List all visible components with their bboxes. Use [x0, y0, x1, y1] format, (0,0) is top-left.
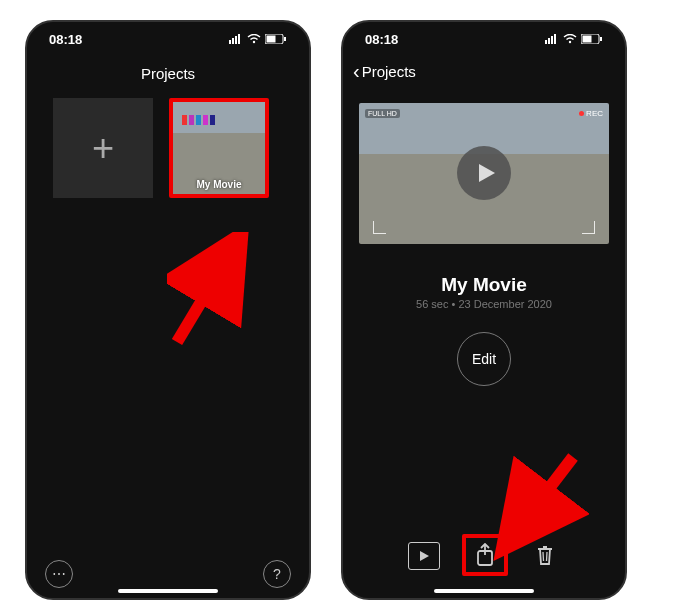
svg-rect-10	[548, 38, 550, 44]
wifi-icon	[563, 32, 577, 47]
phone-project-detail-screen: 08:18 ‹ Projects FULL HD REC	[341, 20, 627, 600]
edit-button[interactable]: Edit	[457, 332, 511, 386]
svg-rect-11	[551, 36, 553, 44]
play-action-button[interactable]	[408, 542, 440, 570]
signal-icon	[545, 32, 559, 47]
new-project-tile[interactable]: +	[53, 98, 153, 198]
svg-rect-2	[235, 36, 237, 44]
battery-icon	[581, 32, 603, 47]
back-button[interactable]: ‹ Projects	[353, 63, 416, 80]
wifi-icon	[247, 32, 261, 47]
projects-grid: + My Movie	[27, 92, 309, 204]
home-indicator	[434, 589, 534, 593]
project-title-block: My Movie 56 sec • 23 December 2020	[343, 274, 625, 310]
back-label: Projects	[362, 63, 416, 80]
preview-area: FULL HD REC	[343, 75, 625, 244]
plus-icon: +	[92, 127, 114, 170]
preview-rec-indicator: REC	[579, 109, 603, 118]
detail-header: ‹ Projects	[343, 53, 625, 75]
page-title: Projects	[27, 53, 309, 92]
project-subtitle: 56 sec • 23 December 2020	[343, 298, 625, 310]
annotation-arrow	[493, 452, 593, 562]
home-indicator	[118, 589, 218, 593]
svg-point-4	[253, 41, 255, 43]
project-tile-label: My Movie	[173, 179, 265, 190]
status-time: 08:18	[49, 32, 82, 47]
svg-rect-3	[238, 34, 240, 44]
phone-projects-screen: 08:18 Projects + My Movie ⋯	[25, 20, 311, 600]
annotation-arrow	[167, 232, 267, 352]
signal-icon	[229, 32, 243, 47]
status-bar: 08:18	[27, 22, 309, 53]
svg-line-18	[508, 457, 573, 542]
play-button[interactable]	[457, 146, 511, 200]
svg-rect-16	[600, 37, 602, 41]
more-button[interactable]: ⋯	[45, 560, 73, 588]
svg-line-8	[177, 242, 237, 342]
battery-icon	[265, 32, 287, 47]
svg-rect-0	[229, 40, 231, 44]
project-title: My Movie	[343, 274, 625, 296]
status-time: 08:18	[365, 32, 398, 47]
rec-dot-icon	[579, 111, 584, 116]
status-bar: 08:18	[343, 22, 625, 53]
help-button[interactable]: ?	[263, 560, 291, 588]
svg-rect-9	[545, 40, 547, 44]
svg-rect-1	[232, 38, 234, 44]
play-icon	[418, 550, 430, 562]
svg-rect-12	[554, 34, 556, 44]
svg-rect-15	[583, 36, 592, 43]
status-right-cluster	[545, 32, 603, 47]
svg-point-13	[569, 41, 571, 43]
project-tile[interactable]: My Movie	[169, 98, 269, 198]
chevron-left-icon: ‹	[353, 64, 360, 79]
play-icon	[475, 162, 497, 184]
svg-rect-6	[267, 36, 276, 43]
svg-rect-7	[284, 37, 286, 41]
status-right-cluster	[229, 32, 287, 47]
preview-quality-badge: FULL HD	[365, 109, 400, 118]
video-preview[interactable]: FULL HD REC	[359, 103, 609, 244]
